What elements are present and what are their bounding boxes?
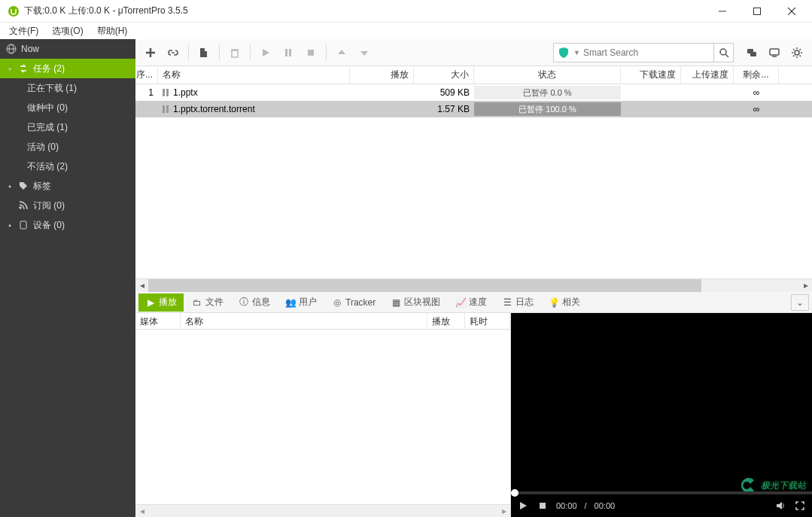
tab-pieces[interactable]: ▦区块视图 (384, 293, 447, 312)
dcol-time[interactable]: 耗时 (465, 313, 510, 329)
target-icon: ◎ (332, 297, 342, 308)
cell-size: 509 KB (414, 86, 474, 99)
sidebar-active[interactable]: 活动 (0) (0, 137, 135, 157)
sidebar-feeds-label: 订阅 (0) (33, 199, 65, 212)
scroll-left-icon[interactable]: ◂ (135, 279, 148, 292)
col-eta[interactable]: 剩余... (734, 66, 779, 84)
svg-rect-13 (232, 50, 238, 57)
expand-icon: ▪ (6, 182, 14, 190)
move-up-button[interactable] (331, 42, 352, 63)
tab-files[interactable]: 🗀文件 (185, 293, 230, 312)
sidebar-downloading[interactable]: 正在下载 (1) (0, 78, 135, 98)
sidebar-labels[interactable]: ▪ 标签 (0, 176, 135, 196)
video-progress[interactable] (511, 491, 812, 494)
media-list-body (135, 330, 510, 504)
transfer-icon (18, 63, 29, 74)
close-button[interactable] (774, 0, 809, 23)
separator (188, 44, 189, 61)
col-seq[interactable]: 序... (135, 66, 158, 84)
fullscreen-button[interactable] (794, 500, 806, 512)
sidebar-tasks[interactable]: ▪ 任务 (2) (0, 59, 135, 78)
cell-down (621, 108, 681, 111)
stop-button[interactable] (300, 42, 321, 63)
menu-file[interactable]: 文件(F) (5, 23, 43, 39)
volume-icon[interactable] (774, 500, 786, 512)
dcol-media[interactable]: 媒体 (135, 313, 181, 329)
cell-seq: 1 (135, 86, 158, 99)
separator (219, 44, 220, 61)
cell-up (681, 91, 734, 94)
cell-play (350, 91, 414, 94)
shield-icon[interactable] (557, 46, 570, 59)
tab-tracker[interactable]: ◎Tracker (325, 293, 382, 312)
utorrent-icon (8, 5, 20, 17)
search-dropdown-icon[interactable]: ▼ (573, 49, 580, 56)
sidebar-seeding[interactable]: 做种中 (0) (0, 98, 135, 117)
play-button[interactable] (517, 500, 529, 512)
dcol-name[interactable]: 名称 (181, 313, 427, 329)
users-icon: 👥 (285, 297, 296, 308)
col-status[interactable]: 状态 (474, 66, 621, 84)
sidebar-devices[interactable]: ▪ 设备 (0) (0, 215, 135, 235)
horizontal-scrollbar[interactable]: ◂ ▸ (135, 278, 812, 291)
col-play[interactable]: 播放 (350, 66, 414, 84)
add-url-button[interactable] (163, 42, 184, 63)
svg-point-18 (720, 49, 726, 55)
svg-point-24 (795, 50, 799, 55)
svg-point-0 (8, 6, 19, 17)
tab-log[interactable]: ☰日志 (495, 293, 540, 312)
rss-icon (18, 200, 29, 211)
settings-icon[interactable] (786, 42, 807, 63)
start-button[interactable] (255, 42, 276, 63)
tab-speed[interactable]: 📈速度 (449, 293, 494, 312)
search-input[interactable] (583, 47, 713, 58)
minimize-button[interactable] (705, 0, 740, 23)
svg-rect-8 (20, 221, 26, 229)
cell-name: 1.pptx.torrent.torrent (158, 102, 350, 116)
list-icon: ☰ (502, 297, 512, 308)
separator (250, 44, 251, 61)
delete-button[interactable] (224, 42, 245, 63)
menu-options[interactable]: 选项(O) (47, 23, 87, 39)
col-name[interactable]: 名称 (158, 66, 350, 84)
svg-rect-22 (770, 49, 779, 55)
move-down-button[interactable] (354, 42, 375, 63)
remote-icon[interactable] (764, 42, 785, 63)
svg-rect-21 (750, 52, 756, 56)
torrent-row[interactable]: 11.pptx509 KB已暂停 0.0 %∞ (135, 84, 812, 101)
create-torrent-button[interactable] (193, 42, 214, 63)
tab-info[interactable]: ⓘ信息 (232, 293, 277, 312)
window-title: 下载:0.0 K 上传:0.0 K - μTorrentPro 3.5.5 (24, 5, 705, 17)
sidebar-feeds[interactable]: ▪ 订阅 (0) (0, 196, 135, 215)
pause-button[interactable] (278, 42, 299, 63)
search-button[interactable] (713, 44, 733, 62)
tab-peers[interactable]: 👥用户 (278, 293, 324, 312)
collapse-icon: ▪ (6, 65, 14, 73)
grid-icon: ▦ (391, 297, 401, 308)
sidebar-completed[interactable]: 已完成 (1) (0, 117, 135, 137)
sidebar-now[interactable]: Now (0, 39, 135, 59)
scroll-right-icon[interactable]: ▸ (799, 279, 812, 292)
chat-icon[interactable] (741, 42, 762, 63)
video-area[interactable] (511, 313, 812, 491)
toolbar: ▼ (135, 39, 812, 66)
detail-scrollbar[interactable]: ◂ ▸ (135, 504, 510, 517)
maximize-button[interactable] (740, 0, 774, 23)
torrent-row[interactable]: 1.pptx.torrent.torrent1.57 KB已暂停 100.0 %… (135, 101, 812, 117)
add-torrent-button[interactable] (140, 42, 161, 63)
progress-handle[interactable] (511, 489, 519, 497)
collapse-panel-button[interactable]: ⌄ (791, 294, 809, 311)
video-controls: 00:00 / 00:00 (511, 494, 812, 517)
expand-icon: ▪ (6, 221, 14, 230)
tab-playback[interactable]: ▶播放 (138, 293, 184, 312)
sidebar-inactive[interactable]: 不活动 (2) (0, 157, 135, 176)
scroll-thumb[interactable] (148, 279, 701, 292)
stop-button[interactable] (537, 500, 549, 512)
tab-related[interactable]: 💡相关 (542, 293, 587, 312)
chart-icon: 📈 (455, 297, 466, 308)
col-up[interactable]: 上传速度 (681, 66, 734, 84)
menu-help[interactable]: 帮助(H) (93, 23, 132, 39)
col-size[interactable]: 大小 (414, 66, 474, 84)
col-down[interactable]: 下载速度 (621, 66, 681, 84)
dcol-play[interactable]: 播放 (427, 313, 465, 329)
